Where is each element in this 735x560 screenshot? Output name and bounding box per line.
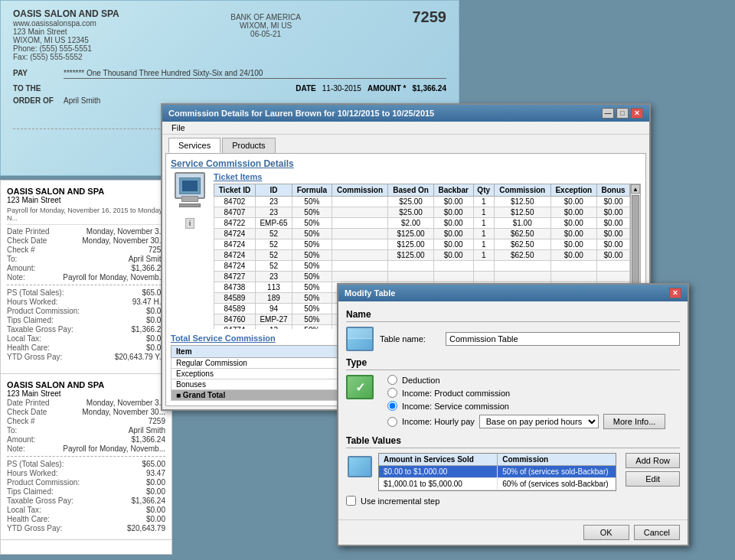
row2-commission: 60% of (services sold-Backbar) (498, 478, 616, 490)
table-cell: $62.50 (494, 250, 550, 261)
stub-field-row: Date PrintedMonday, November 3... (7, 227, 165, 236)
table-cell: $12.50 (494, 207, 550, 218)
table-row[interactable]: 84722EMP-6550%$2.00$0.001$1.00$0.00$0.00 (214, 218, 630, 229)
minimize-button[interactable]: — (602, 108, 614, 119)
radio-hourly-input[interactable] (387, 417, 397, 427)
table-cell: 50% (292, 229, 332, 239)
stub-field-row: Product Commission:$0.00 (7, 478, 165, 487)
table-cell: $12.50 (494, 197, 550, 207)
table-cell: 189 (255, 293, 292, 304)
table-cell: $62.50 (494, 239, 550, 250)
table-cell: 50% (292, 282, 332, 293)
table-cell: 50% (292, 304, 332, 314)
table-cell: 50% (292, 293, 332, 304)
ticket-col-header: Ticket ID (214, 184, 256, 197)
stub-field-row: Check DateMonday, November 30... (7, 236, 165, 245)
table-cell: 1 (473, 229, 494, 239)
radio-deduction-input[interactable] (387, 375, 397, 385)
modify-body: Name Table name: Type ✓ Deduction (338, 301, 688, 519)
table-cell: $0.00 (433, 250, 473, 261)
table-cell (332, 250, 388, 261)
tab-products[interactable]: Products (222, 138, 275, 153)
stub2-ps-fields: PS (Total Sales):$65.00Hours Worked:93.4… (7, 456, 165, 532)
col-amount: Amount in Services Sold (379, 454, 498, 465)
table-row-1[interactable]: $0.00 to $1,000.00 50% of (services sold… (379, 466, 616, 478)
table-values-section: Table Values Amount in Services Sold Com… (346, 435, 680, 506)
stub-field-row: Local Tax:$0.00 (7, 506, 165, 514)
table-cell: $62.50 (494, 229, 550, 239)
add-row-button[interactable]: Add Row (626, 453, 680, 468)
stub-field-row: Hours Worked:93.47 H... (7, 298, 165, 306)
table-cell: 84774 (214, 325, 256, 330)
col-commission: Commission (498, 454, 616, 465)
table-cell: 50% (292, 218, 332, 229)
ok-button[interactable]: OK (583, 525, 629, 540)
name-section-title: Name (346, 309, 680, 322)
table-cell: $125.00 (388, 239, 433, 250)
computer-icon (175, 172, 205, 199)
stub-field-row: PS (Total Sales):$65.00 (7, 460, 165, 468)
table-row[interactable]: 847022350%$25.00$0.001$12.50$0.00$0.00 (214, 197, 630, 207)
table-values-title: Table Values (346, 435, 680, 448)
table-row[interactable]: 847272350% (214, 272, 630, 282)
table-row[interactable]: 847245250%$125.00$0.001$62.50$0.00$0.00 (214, 250, 630, 261)
date-value: 11-30-2015 (322, 84, 361, 93)
stub2-title: OASIS SALON AND SPA (7, 380, 165, 389)
file-menu[interactable]: File (167, 122, 190, 133)
stub1-fields: Date PrintedMonday, November 3...Check D… (7, 227, 165, 282)
table-row[interactable]: 847245250%$125.00$0.001$62.50$0.00$0.00 (214, 239, 630, 250)
table-cell: 52 (255, 239, 292, 250)
stub-field-row: Health Care:$0.00 (7, 515, 165, 523)
ticket-col-header: Commission (494, 184, 550, 197)
more-info-button[interactable]: More Info... (603, 414, 666, 429)
amount-value: $1,366.24 (413, 84, 447, 93)
table-row[interactable]: 847245250%$125.00$0.001$62.50$0.00$0.00 (214, 229, 630, 239)
table-icon (346, 327, 374, 351)
maximize-button[interactable]: □ (616, 108, 629, 119)
modify-footer: OK Cancel (338, 519, 688, 545)
table-cell: 1 (473, 250, 494, 261)
stub1-payroll-note: Payroll for Monday, November 16, 2015 to… (7, 207, 165, 225)
table-cell: 12 (255, 325, 292, 330)
radio-hourly-label: Income: Hourly pay (402, 417, 475, 426)
radio-product-input[interactable] (387, 388, 397, 398)
modify-table-window: Modify Table ✕ Name Table name: Type ✓ (337, 283, 689, 546)
table-cell: $0.00 (550, 229, 597, 239)
table-row[interactable]: 847072350%$25.00$0.001$12.50$0.00$0.00 (214, 207, 630, 218)
table-cell: 1 (473, 197, 494, 207)
incremental-checkbox[interactable] (346, 496, 356, 506)
table-cell (332, 197, 388, 207)
table-cell (332, 272, 388, 282)
hourly-select[interactable]: Base on pay period hoursBase on hours wo… (479, 415, 599, 428)
table-cell: 84589 (214, 304, 256, 314)
phone: Phone: (555) 555-5551 (13, 44, 119, 53)
table-cell: 113 (255, 282, 292, 293)
stub-field-row: Taxable Gross Pay:$1,366.24 (7, 497, 165, 505)
stub-field-row: Check DateMonday, November 30... (7, 408, 165, 416)
table-cell (494, 272, 550, 282)
pay-amount-words: ******* One Thousand Three Hundred Sixty… (64, 69, 446, 79)
scroll-up[interactable]: ▲ (631, 184, 640, 194)
table-cell: $0.00 (433, 207, 473, 218)
table-cell: EMP-27 (255, 314, 292, 325)
table-cell: $0.00 (433, 229, 473, 239)
table-cell: EMP-65 (255, 218, 292, 229)
table-row-2[interactable]: $1,000.01 to $5,000.00 60% of (services … (379, 478, 616, 490)
tab-services[interactable]: Services (168, 138, 220, 153)
table-cell: 23 (255, 197, 292, 207)
table-cell: 1 (473, 218, 494, 229)
ticket-col-header: Qty (473, 184, 494, 197)
close-button[interactable]: ✕ (631, 108, 643, 119)
table-cell: $0.00 (597, 207, 630, 218)
edit-button[interactable]: Edit (626, 471, 680, 487)
modify-close-button[interactable]: ✕ (669, 288, 681, 298)
table-row[interactable]: 847245250% (214, 261, 630, 272)
stub-field-row: Tips Claimed:$0.00 (7, 487, 165, 496)
check-number: 7259 (413, 8, 447, 26)
table-name-input[interactable] (446, 332, 680, 346)
radio-hourly-row: Income: Hourly pay Base on pay period ho… (387, 414, 665, 429)
table-cell (388, 261, 433, 272)
radio-service-input[interactable] (387, 401, 397, 411)
cancel-button[interactable]: Cancel (634, 525, 680, 540)
table-cell: 50% (292, 272, 332, 282)
